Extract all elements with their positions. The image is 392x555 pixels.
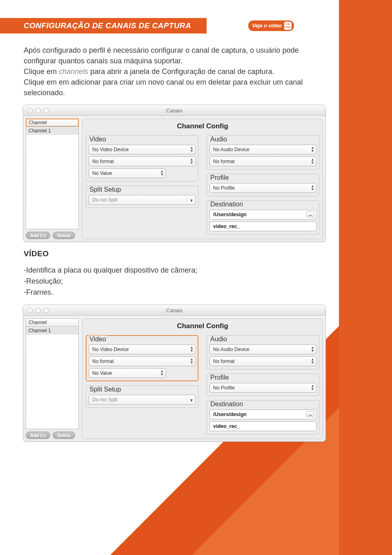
audio-device-select[interactable]: No Audio Device▲▼ bbox=[209, 145, 316, 154]
video-format-select[interactable]: No format▲▼ bbox=[89, 157, 196, 166]
destination-group-label: Destination bbox=[209, 401, 244, 408]
chevron-updown-icon: ▲▼ bbox=[311, 184, 314, 191]
chevron-updown-icon: ▲▼ bbox=[311, 346, 314, 352]
delete-button[interactable]: Delete bbox=[53, 432, 75, 439]
destination-group-label: Destination bbox=[209, 201, 244, 208]
delete-button[interactable]: Delete bbox=[53, 232, 75, 239]
video-group-label: Video bbox=[89, 336, 107, 343]
split-group-label: Split Setup bbox=[89, 386, 122, 393]
video-device-select[interactable]: No Video Device▲▼ bbox=[89, 145, 196, 154]
chevron-updown-icon: ▲▼ bbox=[311, 384, 314, 391]
profile-select[interactable]: No Profile▲▼ bbox=[209, 383, 316, 393]
video-format-select[interactable]: No format▲▼ bbox=[89, 356, 196, 366]
split-group-label: Split Setup bbox=[89, 186, 122, 193]
canais-window-2: Canais Channel Channel 1 Add (+) Delete … bbox=[23, 304, 326, 442]
youtube-icon: YouTube bbox=[284, 22, 292, 30]
chevron-updown-icon: ▲▼ bbox=[190, 346, 194, 352]
video-bullets: -Identifica a placa ou qualquer disposit… bbox=[24, 265, 335, 298]
chevron-updown-icon: ▲▼ bbox=[160, 170, 164, 176]
window-title: Canais bbox=[23, 107, 325, 114]
destination-path-field[interactable]: /Users/design... bbox=[209, 210, 316, 219]
window-titlebar: Canais bbox=[23, 105, 325, 116]
right-orange-strip bbox=[339, 0, 392, 555]
audio-group-label: Audio bbox=[209, 336, 228, 343]
list-item[interactable]: Channel 1 bbox=[26, 327, 78, 335]
channel-list-header: Channel bbox=[26, 119, 79, 126]
config-panel-title: Channel Config bbox=[86, 322, 319, 330]
channel-list-header: Channel bbox=[26, 318, 79, 326]
audio-device-select[interactable]: No Audio Device▲▼ bbox=[209, 345, 316, 354]
browse-button[interactable]: ... bbox=[306, 411, 314, 417]
chevron-updown-icon: ▲▼ bbox=[190, 358, 194, 364]
destination-path-field[interactable]: /Users/design... bbox=[209, 410, 316, 419]
split-select[interactable]: Do not Split▼ bbox=[89, 195, 196, 205]
list-item[interactable]: Channel 1 bbox=[26, 127, 78, 135]
video-value-select[interactable]: No Value▲▼ bbox=[89, 368, 166, 378]
chevron-down-icon: ▼ bbox=[187, 397, 194, 402]
video-device-select[interactable]: No Video Device▲▼ bbox=[89, 345, 196, 354]
config-panel-title: Channel Config bbox=[86, 122, 319, 130]
chevron-updown-icon: ▲▼ bbox=[190, 158, 194, 164]
canais-window-1: Canais Channel Channel 1 Add (+) Delete … bbox=[23, 105, 326, 242]
chevron-down-icon: ▼ bbox=[187, 197, 194, 202]
section-title-banner: CONFIGURAÇÃO DE CANAIS DE CAPTURA bbox=[0, 18, 207, 34]
intro-paragraph: Após configurado o perfil é necessário c… bbox=[24, 45, 319, 98]
window-titlebar: Canais bbox=[23, 305, 325, 316]
watch-video-label: Veja o vídeo bbox=[252, 23, 282, 29]
video-section-heading: VÍDEO bbox=[24, 249, 335, 258]
watch-video-link[interactable]: Veja o vídeo YouTube bbox=[248, 20, 294, 31]
destination-prefix-field[interactable]: video_rec_ bbox=[209, 421, 316, 431]
audio-format-select[interactable]: No format▲▼ bbox=[209, 356, 316, 366]
profile-select[interactable]: No Profile▲▼ bbox=[209, 183, 316, 193]
chevron-updown-icon: ▲▼ bbox=[311, 158, 314, 164]
audio-group-label: Audio bbox=[209, 136, 228, 143]
chevron-updown-icon: ▲▼ bbox=[160, 369, 164, 376]
channel-list[interactable]: Channel 1 bbox=[26, 126, 79, 229]
chevron-updown-icon: ▲▼ bbox=[190, 146, 194, 152]
video-value-select[interactable]: No Value▲▼ bbox=[89, 168, 166, 178]
split-select[interactable]: Do not Split▼ bbox=[89, 395, 196, 405]
profile-group-label: Profile bbox=[209, 374, 229, 381]
audio-format-select[interactable]: No format▲▼ bbox=[209, 157, 316, 166]
add-button[interactable]: Add (+) bbox=[26, 232, 50, 239]
add-button[interactable]: Add (+) bbox=[26, 432, 50, 439]
channel-list[interactable]: Channel 1 bbox=[26, 326, 79, 429]
chevron-updown-icon: ▲▼ bbox=[311, 358, 314, 364]
chevron-updown-icon: ▲▼ bbox=[311, 146, 314, 152]
profile-group-label: Profile bbox=[209, 174, 229, 181]
destination-prefix-field[interactable]: video_rec_ bbox=[209, 222, 316, 231]
video-group-label: Video bbox=[89, 136, 107, 143]
window-title: Canais bbox=[23, 307, 325, 313]
browse-button[interactable]: ... bbox=[306, 211, 314, 217]
